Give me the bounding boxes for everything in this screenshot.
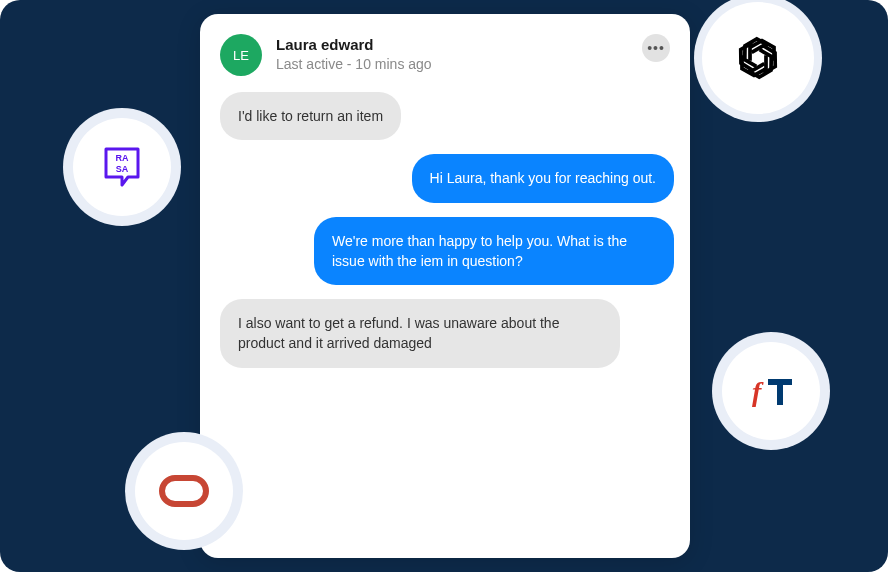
messages: I'd like to return an item Hi Laura, tha… [220,92,670,368]
last-active: Last active - 10 mins ago [276,56,628,72]
integration-bubble-ft: f [712,332,830,450]
svg-text:f: f [752,376,764,407]
openai-icon [726,26,790,90]
svg-text:RA: RA [116,153,129,163]
message-incoming: I also want to get a refund. I was unawa… [220,299,620,368]
more-icon: ••• [647,41,665,55]
integration-bubble-inner [702,2,814,114]
svg-rect-2 [162,478,206,504]
message-outgoing: Hi Laura, thank you for reaching out. [412,154,674,202]
chat-header: LE Laura edward Last active - 10 mins ag… [220,34,670,76]
integration-bubble-inner [135,442,233,540]
integration-bubble-inner: RA SA [73,118,171,216]
header-text: Laura edward Last active - 10 mins ago [276,34,628,72]
more-button[interactable]: ••• [642,34,670,62]
chat-card: LE Laura edward Last active - 10 mins ag… [200,14,690,558]
svg-text:SA: SA [116,164,129,174]
avatar-initials: LE [233,48,249,63]
integration-bubble-inner: f [722,342,820,440]
rasa-icon: RA SA [100,145,144,189]
integration-bubble-rasa: RA SA [63,108,181,226]
svg-rect-5 [777,379,783,405]
avatar[interactable]: LE [220,34,262,76]
ft-icon: f [746,373,796,409]
integration-bubble-oracle [125,432,243,550]
oracle-icon [158,474,210,508]
integration-bubble-openai [694,0,822,122]
message-outgoing: We're more than happy to help you. What … [314,217,674,286]
canvas: LE Laura edward Last active - 10 mins ag… [0,0,888,572]
message-incoming: I'd like to return an item [220,92,401,140]
user-name: Laura edward [276,36,628,53]
